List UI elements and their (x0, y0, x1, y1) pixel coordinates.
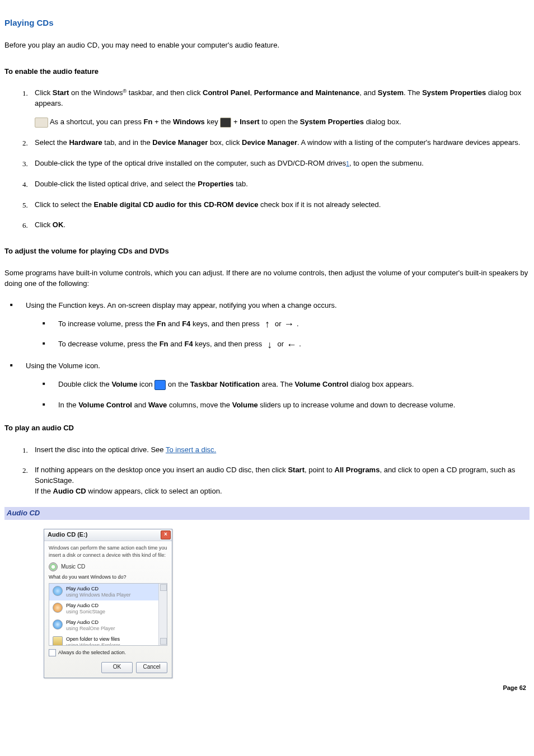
step-4: 4. Double-click the listed optical drive… (22, 179, 530, 190)
dialog-body: Windows can perform the same action each… (44, 541, 172, 659)
volume-icon-item: Using the Volume icon. Double click the … (10, 361, 530, 411)
item-text: Using the Volume icon. (26, 361, 100, 370)
play-step-2: 2. If nothing appears on the desktop onc… (22, 465, 530, 497)
sonicstage-icon (53, 603, 63, 613)
figure-caption-band: Audio CD (4, 507, 530, 520)
dialog-question: What do you want Windows to do? (49, 574, 167, 581)
media-type-label: Music CD (61, 563, 85, 571)
checkbox[interactable] (49, 649, 56, 656)
note-icon (35, 118, 48, 128)
step-text: Click Start on the Windows® taskbar, and… (35, 88, 521, 107)
close-icon[interactable]: × (161, 530, 171, 539)
ok-button[interactable]: OK (101, 662, 133, 673)
list-item-title: Play Audio CD (66, 619, 99, 625)
list-item-subtitle: using SonicStage (66, 609, 105, 614)
step-5: 5. Click to select the Enable digital CD… (22, 200, 530, 210)
intro-paragraph: Before you play an audio CD, you may nee… (4, 40, 530, 51)
list-item-subtitle: using Windows Explorer (66, 642, 120, 646)
step-text: Double-click the listed optical drive, a… (35, 180, 248, 188)
step-text: Click OK. (35, 220, 65, 229)
list-item-subtitle: using RealOne Player (66, 626, 115, 631)
realone-icon (53, 619, 63, 630)
list-item[interactable]: Play Audio CDusing SonicStage (49, 600, 167, 617)
figure-area: Audio CD (E:) × Windows can perform the … (4, 520, 530, 678)
function-keys-item: Using the Function keys. An on-screen di… (10, 300, 530, 350)
arrow-up-icon: ↑ (261, 319, 273, 329)
arrow-right-icon: → (283, 319, 294, 329)
list-item-title: Play Audio CD (66, 586, 99, 591)
step-marker: 2. (22, 466, 28, 476)
document-page: Playing CDs Before you play an audio CD,… (0, 0, 534, 701)
step-marker: 6. (22, 220, 28, 231)
step-text: Insert the disc into the optical drive. … (35, 445, 216, 454)
always-do-checkbox-row[interactable]: Always do the selected action. (49, 649, 167, 656)
subsection-play-cd: To play an audio CD (4, 423, 530, 434)
step-2: 2. Select the Hardware tab, and in the D… (22, 138, 530, 148)
step-marker: 3. (22, 159, 28, 170)
play-step-1: 1. Insert the disc into the optical driv… (22, 445, 530, 456)
decrease-volume-item: To decrease volume, press the Fn and F4 … (43, 339, 530, 350)
item-text: Using the Function keys. An on-screen di… (26, 301, 337, 309)
dialog-title-text: Audio CD (E:) (48, 530, 87, 539)
increase-volume-item: To increase volume, press the Fn and F4 … (43, 319, 530, 330)
dialog-titlebar: Audio CD (E:) × (44, 529, 172, 541)
arrow-down-icon: ↓ (264, 340, 275, 350)
volume-tray-icon (154, 380, 166, 390)
step-text: Select the Hardware tab, and in the Devi… (35, 138, 520, 147)
move-sliders-item: In the Volume Control and Wave columns, … (43, 400, 530, 411)
checkbox-label: Always do the selected action. (58, 649, 126, 656)
enable-audio-steps: 1. Click Start on the Windows® taskbar, … (4, 88, 530, 231)
list-item-title: Play Audio CD (66, 603, 99, 608)
play-cd-steps: 1. Insert the disc into the optical driv… (4, 445, 530, 497)
dialog-media-type: Music CD (49, 562, 167, 571)
windows-key-icon (220, 118, 231, 128)
autoplay-dialog: Audio CD (E:) × Windows can perform the … (44, 529, 172, 678)
step-marker: 2. (22, 138, 28, 149)
list-item[interactable]: Play Audio CDusing RealOne Player (49, 617, 167, 634)
step-marker: 5. (22, 200, 28, 211)
step-marker: 1. (22, 445, 28, 456)
dialog-action-list[interactable]: Play Audio CDusing Windows Media Player … (49, 583, 167, 646)
insert-disc-link[interactable]: To insert a disc. (166, 445, 216, 454)
list-item-subtitle: using Windows Media Player (66, 592, 131, 598)
cd-icon (49, 562, 58, 571)
page-number: Page 62 (4, 678, 530, 695)
wmp-icon (53, 586, 63, 596)
step-text: If nothing appears on the desktop once y… (35, 466, 515, 495)
adjust-volume-intro: Some programs have built-in volume contr… (4, 268, 530, 289)
step-marker: 4. (22, 180, 28, 190)
dialog-button-row: OK Cancel (44, 659, 172, 678)
list-item-title: Open folder to view files (66, 636, 120, 642)
scrollbar[interactable] (158, 584, 167, 645)
step-text: Double-click the type of the optical dri… (35, 159, 424, 167)
shortcut-note: As a shortcut, you can press Fn + the Wi… (35, 117, 530, 128)
folder-icon (53, 636, 63, 646)
subsection-enable-audio: To enable the audio feature (4, 67, 530, 77)
step-marker: 1. (22, 88, 28, 99)
step-3: 3. Double-click the type of the optical … (22, 158, 530, 169)
list-item[interactable]: Play Audio CDusing Windows Media Player (49, 584, 167, 600)
step-1: 1. Click Start on the Windows® taskbar, … (22, 88, 530, 128)
double-click-volume-item: Double click the Volume icon on the Task… (43, 379, 530, 390)
adjust-volume-list: Using the Function keys. An on-screen di… (4, 300, 530, 411)
cancel-button[interactable]: Cancel (136, 662, 167, 673)
list-item[interactable]: Open folder to view filesusing Windows E… (49, 634, 167, 646)
subsection-adjust-volume: To adjust the volume for playing CDs and… (4, 246, 530, 257)
step-6: 6. Click OK. (22, 220, 530, 231)
function-keys-sublist: To increase volume, press the Fn and F4 … (37, 319, 530, 350)
arrow-left-icon: ← (286, 340, 297, 350)
step-text: Click to select the Enable digital CD au… (35, 200, 381, 209)
page-title: Playing CDs (4, 17, 530, 29)
dialog-message: Windows can perform the same action each… (49, 544, 167, 559)
volume-icon-sublist: Double click the Volume icon on the Task… (37, 379, 530, 411)
